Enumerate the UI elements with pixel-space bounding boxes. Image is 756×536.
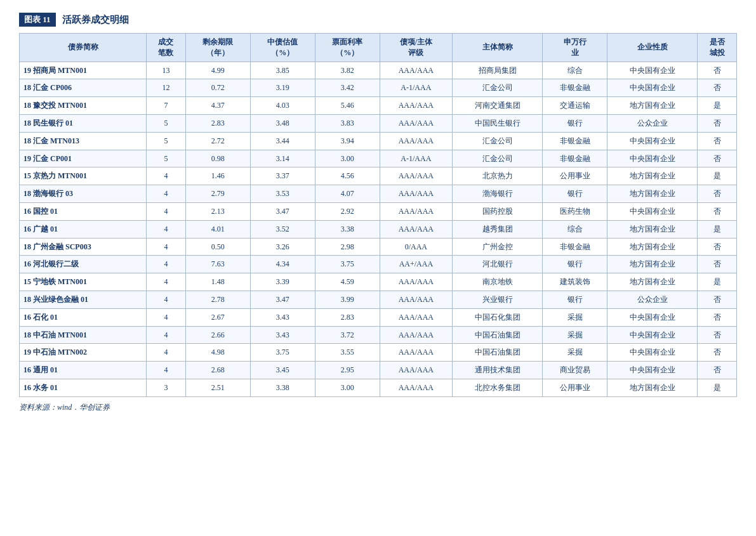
cell-9-4: 3.38: [315, 220, 380, 238]
cell-2-7: 交通运输: [543, 97, 607, 115]
cell-4-7: 非银金融: [543, 132, 607, 150]
cell-11-8: 地方国有企业: [607, 256, 698, 273]
cell-8-6: 国药控股: [452, 202, 542, 220]
cell-2-4: 5.46: [315, 97, 380, 115]
cell-8-7: 医药生物: [543, 202, 607, 220]
cell-13-2: 2.78: [185, 291, 250, 308]
cell-5-3: 3.14: [250, 150, 315, 167]
table-row: 16 石化 0142.673.432.83AAA/AAA中国石化集团采掘中央国有…: [20, 308, 737, 326]
cell-11-3: 4.34: [250, 256, 315, 273]
cell-7-4: 4.07: [315, 185, 380, 203]
cell-18-1: 3: [147, 379, 186, 396]
cell-16-8: 中央国有企业: [607, 344, 698, 362]
chart-title: 活跃券成交明细: [62, 14, 129, 26]
cell-5-2: 0.98: [185, 150, 250, 167]
header-cell-1: 成交 笔数: [147, 34, 186, 62]
header-cell-3: 中债估值 （%）: [250, 34, 315, 62]
cell-4-2: 2.72: [185, 132, 250, 150]
cell-6-7: 公用事业: [543, 167, 607, 185]
cell-3-6: 中国民生银行: [452, 114, 542, 132]
cell-13-8: 公众企业: [607, 291, 698, 308]
cell-17-9: 否: [698, 362, 737, 379]
cell-3-4: 3.83: [315, 114, 380, 132]
cell-14-0: 16 石化 01: [20, 308, 147, 326]
cell-0-8: 中央国有企业: [607, 62, 698, 79]
header-row: 债券简称成交 笔数剩余期限 （年）中债估值 （%）票面利率 （%）债项/主体 评…: [20, 34, 737, 62]
cell-14-2: 2.67: [185, 308, 250, 326]
cell-7-3: 3.53: [250, 185, 315, 203]
cell-0-2: 4.99: [185, 62, 250, 79]
cell-14-8: 中央国有企业: [607, 308, 698, 326]
cell-13-6: 兴业银行: [452, 291, 542, 308]
cell-16-2: 4.98: [185, 344, 250, 362]
cell-11-4: 3.75: [315, 256, 380, 273]
table-row: 18 汇金 CP006120.723.193.42A-1/AAA汇金公司非银金融…: [20, 79, 737, 97]
cell-18-0: 16 水务 01: [20, 379, 147, 396]
cell-17-7: 商业贸易: [543, 362, 607, 379]
cell-10-6: 广州金控: [452, 238, 542, 256]
cell-5-5: A-1/AAA: [380, 150, 452, 167]
header-cell-8: 企业性质: [607, 34, 698, 62]
cell-11-7: 银行: [543, 256, 607, 273]
cell-18-7: 公用事业: [543, 379, 607, 396]
cell-17-2: 2.68: [185, 362, 250, 379]
cell-8-1: 4: [147, 202, 186, 220]
cell-14-5: AAA/AAA: [380, 308, 452, 326]
cell-9-9: 是: [698, 220, 737, 238]
cell-10-7: 非银金融: [543, 238, 607, 256]
chart-label: 图表 11: [19, 13, 56, 27]
table-row: 16 河北银行二级47.634.343.75AA+/AAA河北银行银行地方国有企…: [20, 256, 737, 273]
table-row: 15 京热力 MTN00141.463.374.56AAA/AAA北京热力公用事…: [20, 167, 737, 185]
cell-14-3: 3.43: [250, 308, 315, 326]
cell-10-9: 否: [698, 238, 737, 256]
cell-1-9: 否: [698, 79, 737, 97]
cell-15-6: 中国石油集团: [452, 326, 542, 344]
cell-15-9: 否: [698, 326, 737, 344]
cell-13-0: 18 兴业绿色金融 01: [20, 291, 147, 308]
cell-1-4: 3.42: [315, 79, 380, 97]
cell-15-4: 3.72: [315, 326, 380, 344]
cell-10-4: 2.98: [315, 238, 380, 256]
cell-1-0: 18 汇金 CP006: [20, 79, 147, 97]
cell-8-8: 中央国有企业: [607, 202, 698, 220]
cell-11-6: 河北银行: [452, 256, 542, 273]
cell-1-1: 12: [147, 79, 186, 97]
cell-2-9: 是: [698, 97, 737, 115]
cell-4-9: 否: [698, 132, 737, 150]
cell-10-0: 18 广州金融 SCP003: [20, 238, 147, 256]
cell-4-3: 3.44: [250, 132, 315, 150]
cell-13-7: 银行: [543, 291, 607, 308]
cell-8-9: 否: [698, 202, 737, 220]
cell-18-3: 3.38: [250, 379, 315, 396]
table-row: 18 豫交投 MTN00174.374.035.46AAA/AAA河南交通集团交…: [20, 97, 737, 115]
cell-15-3: 3.43: [250, 326, 315, 344]
cell-8-0: 16 国控 01: [20, 202, 147, 220]
cell-5-9: 否: [698, 150, 737, 167]
cell-12-7: 建筑装饰: [543, 273, 607, 291]
cell-17-6: 通用技术集团: [452, 362, 542, 379]
cell-14-4: 2.83: [315, 308, 380, 326]
cell-1-8: 中央国有企业: [607, 79, 698, 97]
table-row: 19 汇金 CP00150.983.143.00A-1/AAA汇金公司非银金融中…: [20, 150, 737, 167]
cell-6-0: 15 京热力 MTN001: [20, 167, 147, 185]
header-cell-6: 主体简称: [452, 34, 542, 62]
cell-3-3: 3.48: [250, 114, 315, 132]
cell-16-1: 4: [147, 344, 186, 362]
cell-2-3: 4.03: [250, 97, 315, 115]
cell-7-1: 4: [147, 185, 186, 203]
cell-13-4: 3.99: [315, 291, 380, 308]
cell-7-5: AAA/AAA: [380, 185, 452, 203]
cell-2-0: 18 豫交投 MTN001: [20, 97, 147, 115]
cell-16-5: AAA/AAA: [380, 344, 452, 362]
cell-13-3: 3.47: [250, 291, 315, 308]
table-row: 19 中石油 MTN00244.983.753.55AAA/AAA中国石油集团采…: [20, 344, 737, 362]
cell-2-1: 7: [147, 97, 186, 115]
header-cell-5: 债项/主体 评级: [380, 34, 452, 62]
cell-3-8: 公众企业: [607, 114, 698, 132]
table-row: 18 中石油 MTN00142.663.433.72AAA/AAA中国石油集团采…: [20, 326, 737, 344]
cell-15-7: 采掘: [543, 326, 607, 344]
cell-1-7: 非银金融: [543, 79, 607, 97]
cell-14-7: 采掘: [543, 308, 607, 326]
cell-18-4: 3.00: [315, 379, 380, 396]
table-body: 19 招商局 MTN001134.993.853.82AAA/AAA招商局集团综…: [20, 62, 737, 396]
